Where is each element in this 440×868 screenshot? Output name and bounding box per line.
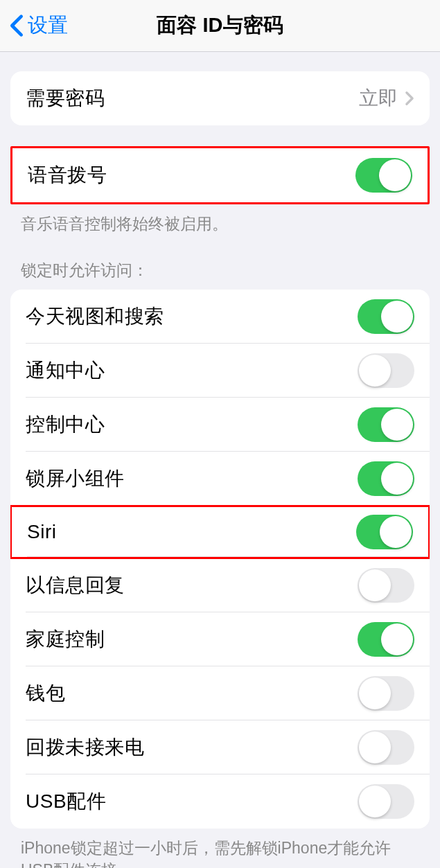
require-passcode-row[interactable]: 需要密码 立即 (10, 71, 430, 125)
row-label: 以信息回复 (26, 572, 125, 599)
row-label: 需要密码 (26, 85, 105, 112)
navigation-bar: 设置 面容 ID与密码 (0, 0, 440, 52)
toggle[interactable] (358, 299, 414, 334)
row-label: USB配件 (26, 788, 106, 815)
lock-access-footer: iPhone锁定超过一小时后，需先解锁iPhone才能允许USB配件连接。 (0, 829, 440, 868)
lock-access-row: 通知中心 (10, 344, 430, 398)
lock-access-row: 锁屏小组件 (10, 452, 430, 506)
row-label: 控制中心 (26, 411, 105, 438)
lock-access-group: 今天视图和搜索通知中心控制中心锁屏小组件Siri以信息回复家庭控制钱包回拨未接来… (10, 290, 430, 829)
toggle[interactable] (358, 568, 414, 603)
voice-dial-group: 语音拨号 (10, 146, 430, 204)
row-label: 通知中心 (26, 357, 105, 384)
chevron-right-icon (405, 91, 414, 106)
row-label: 今天视图和搜索 (26, 303, 164, 330)
voice-dial-toggle[interactable] (355, 158, 412, 193)
toggle[interactable] (358, 676, 414, 711)
row-label: 家庭控制 (26, 626, 105, 653)
row-label: 锁屏小组件 (26, 466, 125, 492)
back-label: 设置 (28, 12, 68, 39)
toggle[interactable] (358, 461, 414, 496)
lock-access-row: 以信息回复 (10, 558, 430, 612)
lock-access-row: 回拨未接来电 (10, 720, 430, 774)
toggle[interactable] (358, 730, 414, 765)
passcode-group: 需要密码 立即 (10, 71, 430, 125)
lock-access-row: 家庭控制 (10, 612, 430, 666)
row-label: Siri (27, 521, 56, 543)
toggle[interactable] (356, 515, 413, 549)
toggle[interactable] (358, 407, 414, 442)
toggle[interactable] (358, 622, 414, 657)
lock-access-row: USB配件 (10, 774, 430, 829)
row-value: 立即 (359, 85, 414, 112)
voice-dial-footer: 音乐语音控制将始终被启用。 (0, 204, 440, 235)
lock-access-row: Siri (10, 505, 430, 559)
row-label: 回拨未接来电 (26, 734, 144, 761)
row-label: 钱包 (26, 680, 65, 707)
row-label: 语音拨号 (28, 162, 107, 188)
lock-access-row: 钱包 (10, 666, 430, 720)
lock-access-row: 控制中心 (10, 398, 430, 452)
toggle[interactable] (358, 353, 414, 388)
lock-access-header: 锁定时允许访问： (0, 260, 440, 290)
chevron-left-icon (10, 14, 24, 37)
toggle[interactable] (358, 784, 414, 819)
voice-dial-row: 语音拨号 (12, 148, 428, 202)
lock-access-row: 今天视图和搜索 (10, 290, 430, 344)
back-button[interactable]: 设置 (0, 12, 68, 39)
